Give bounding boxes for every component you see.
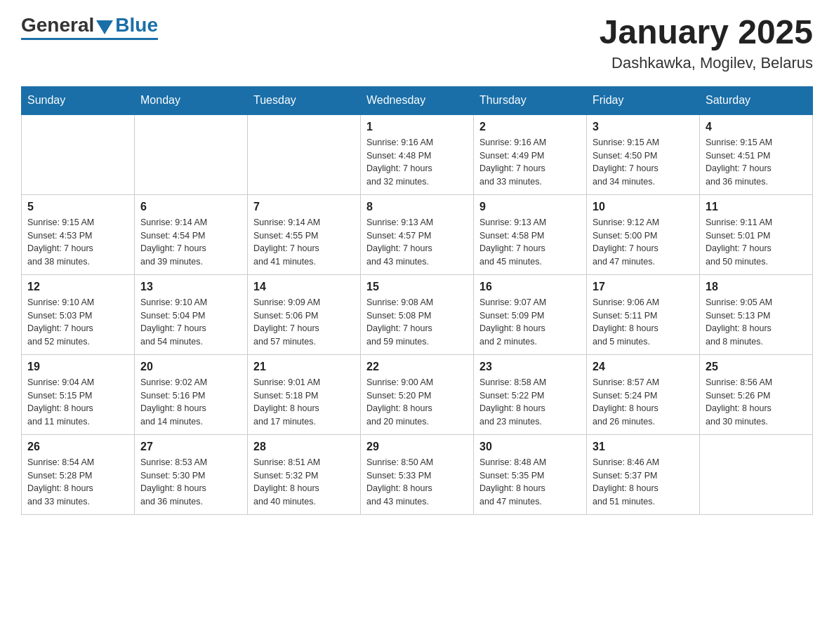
day-info: Sunrise: 9:15 AM Sunset: 4:51 PM Dayligh… xyxy=(706,136,807,189)
day-cell: 5Sunrise: 9:15 AM Sunset: 4:53 PM Daylig… xyxy=(22,194,135,274)
title-section: January 2025 Dashkawka, Mogilev, Belarus xyxy=(600,14,813,72)
day-cell: 28Sunrise: 8:51 AM Sunset: 5:32 PM Dayli… xyxy=(248,434,361,514)
day-info: Sunrise: 8:46 AM Sunset: 5:37 PM Dayligh… xyxy=(593,456,694,509)
week-row-5: 26Sunrise: 8:54 AM Sunset: 5:28 PM Dayli… xyxy=(22,434,813,514)
day-cell: 3Sunrise: 9:15 AM Sunset: 4:50 PM Daylig… xyxy=(587,114,700,195)
week-row-2: 5Sunrise: 9:15 AM Sunset: 4:53 PM Daylig… xyxy=(22,194,813,274)
week-row-1: 1Sunrise: 9:16 AM Sunset: 4:48 PM Daylig… xyxy=(22,114,813,195)
day-number: 11 xyxy=(706,201,807,213)
day-cell xyxy=(248,114,361,195)
day-number: 9 xyxy=(479,201,581,213)
day-number: 3 xyxy=(593,121,694,133)
logo: General Blue xyxy=(21,14,158,40)
day-info: Sunrise: 9:10 AM Sunset: 5:03 PM Dayligh… xyxy=(27,296,128,349)
day-cell: 18Sunrise: 9:05 AM Sunset: 5:13 PM Dayli… xyxy=(700,274,813,354)
day-number: 31 xyxy=(593,441,694,453)
day-info: Sunrise: 9:10 AM Sunset: 5:04 PM Dayligh… xyxy=(140,296,241,349)
page-header: General Blue January 2025 Dashkawka, Mog… xyxy=(21,14,813,72)
day-info: Sunrise: 9:01 AM Sunset: 5:18 PM Dayligh… xyxy=(253,376,355,429)
day-cell: 9Sunrise: 9:13 AM Sunset: 4:58 PM Daylig… xyxy=(474,194,587,274)
day-number: 20 xyxy=(140,361,241,373)
day-cell: 7Sunrise: 9:14 AM Sunset: 4:55 PM Daylig… xyxy=(248,194,361,274)
day-cell: 4Sunrise: 9:15 AM Sunset: 4:51 PM Daylig… xyxy=(700,114,813,195)
day-number: 7 xyxy=(253,201,355,213)
col-tuesday: Tuesday xyxy=(248,86,361,114)
header-row: Sunday Monday Tuesday Wednesday Thursday… xyxy=(22,86,813,114)
day-number: 17 xyxy=(593,281,694,293)
day-info: Sunrise: 8:53 AM Sunset: 5:30 PM Dayligh… xyxy=(140,456,241,509)
col-saturday: Saturday xyxy=(700,86,813,114)
day-cell: 23Sunrise: 8:58 AM Sunset: 5:22 PM Dayli… xyxy=(474,354,587,434)
day-info: Sunrise: 9:16 AM Sunset: 4:49 PM Dayligh… xyxy=(479,136,581,189)
day-info: Sunrise: 8:56 AM Sunset: 5:26 PM Dayligh… xyxy=(706,376,807,429)
day-number: 8 xyxy=(366,201,468,213)
day-info: Sunrise: 9:04 AM Sunset: 5:15 PM Dayligh… xyxy=(27,376,128,429)
col-monday: Monday xyxy=(135,86,248,114)
logo-general-text: General xyxy=(21,14,94,36)
day-number: 1 xyxy=(366,121,468,133)
day-cell: 2Sunrise: 9:16 AM Sunset: 4:49 PM Daylig… xyxy=(474,114,587,195)
day-number: 10 xyxy=(593,201,694,213)
day-info: Sunrise: 9:02 AM Sunset: 5:16 PM Dayligh… xyxy=(140,376,241,429)
day-number: 19 xyxy=(27,361,128,373)
month-title: January 2025 xyxy=(600,14,813,51)
day-info: Sunrise: 8:51 AM Sunset: 5:32 PM Dayligh… xyxy=(253,456,355,509)
day-number: 21 xyxy=(253,361,355,373)
day-number: 23 xyxy=(479,361,581,373)
day-info: Sunrise: 9:11 AM Sunset: 5:01 PM Dayligh… xyxy=(706,216,807,269)
logo-triangle-icon xyxy=(96,20,113,34)
col-thursday: Thursday xyxy=(474,86,587,114)
day-number: 24 xyxy=(593,361,694,373)
day-cell: 29Sunrise: 8:50 AM Sunset: 5:33 PM Dayli… xyxy=(361,434,474,514)
day-cell: 10Sunrise: 9:12 AM Sunset: 5:00 PM Dayli… xyxy=(587,194,700,274)
day-info: Sunrise: 9:15 AM Sunset: 4:53 PM Dayligh… xyxy=(27,216,128,269)
day-info: Sunrise: 9:13 AM Sunset: 4:58 PM Dayligh… xyxy=(479,216,581,269)
day-cell: 15Sunrise: 9:08 AM Sunset: 5:08 PM Dayli… xyxy=(361,274,474,354)
day-cell: 6Sunrise: 9:14 AM Sunset: 4:54 PM Daylig… xyxy=(135,194,248,274)
day-cell: 30Sunrise: 8:48 AM Sunset: 5:35 PM Dayli… xyxy=(474,434,587,514)
day-cell xyxy=(135,114,248,195)
day-number: 27 xyxy=(140,441,241,453)
day-number: 18 xyxy=(706,281,807,293)
day-info: Sunrise: 9:15 AM Sunset: 4:50 PM Dayligh… xyxy=(593,136,694,189)
calendar-body: 1Sunrise: 9:16 AM Sunset: 4:48 PM Daylig… xyxy=(22,114,813,515)
day-info: Sunrise: 9:14 AM Sunset: 4:55 PM Dayligh… xyxy=(253,216,355,269)
day-cell: 11Sunrise: 9:11 AM Sunset: 5:01 PM Dayli… xyxy=(700,194,813,274)
day-info: Sunrise: 9:13 AM Sunset: 4:57 PM Dayligh… xyxy=(366,216,468,269)
day-cell: 1Sunrise: 9:16 AM Sunset: 4:48 PM Daylig… xyxy=(361,114,474,195)
calendar-header: Sunday Monday Tuesday Wednesday Thursday… xyxy=(22,86,813,114)
day-info: Sunrise: 8:57 AM Sunset: 5:24 PM Dayligh… xyxy=(593,376,694,429)
day-info: Sunrise: 9:07 AM Sunset: 5:09 PM Dayligh… xyxy=(479,296,581,349)
day-cell: 25Sunrise: 8:56 AM Sunset: 5:26 PM Dayli… xyxy=(700,354,813,434)
day-info: Sunrise: 8:58 AM Sunset: 5:22 PM Dayligh… xyxy=(479,376,581,429)
day-cell: 22Sunrise: 9:00 AM Sunset: 5:20 PM Dayli… xyxy=(361,354,474,434)
day-info: Sunrise: 9:16 AM Sunset: 4:48 PM Dayligh… xyxy=(366,136,468,189)
location-title: Dashkawka, Mogilev, Belarus xyxy=(600,54,813,72)
day-cell: 14Sunrise: 9:09 AM Sunset: 5:06 PM Dayli… xyxy=(248,274,361,354)
day-cell: 21Sunrise: 9:01 AM Sunset: 5:18 PM Dayli… xyxy=(248,354,361,434)
day-number: 5 xyxy=(27,201,128,213)
day-info: Sunrise: 9:14 AM Sunset: 4:54 PM Dayligh… xyxy=(140,216,241,269)
col-friday: Friday xyxy=(587,86,700,114)
col-wednesday: Wednesday xyxy=(361,86,474,114)
day-cell: 26Sunrise: 8:54 AM Sunset: 5:28 PM Dayli… xyxy=(22,434,135,514)
day-cell xyxy=(22,114,135,195)
calendar-table: Sunday Monday Tuesday Wednesday Thursday… xyxy=(21,86,813,515)
day-number: 29 xyxy=(366,441,468,453)
day-info: Sunrise: 9:05 AM Sunset: 5:13 PM Dayligh… xyxy=(706,296,807,349)
day-number: 4 xyxy=(706,121,807,133)
day-cell: 31Sunrise: 8:46 AM Sunset: 5:37 PM Dayli… xyxy=(587,434,700,514)
day-number: 12 xyxy=(27,281,128,293)
day-cell: 8Sunrise: 9:13 AM Sunset: 4:57 PM Daylig… xyxy=(361,194,474,274)
day-cell: 12Sunrise: 9:10 AM Sunset: 5:03 PM Dayli… xyxy=(22,274,135,354)
day-info: Sunrise: 9:00 AM Sunset: 5:20 PM Dayligh… xyxy=(366,376,468,429)
day-number: 14 xyxy=(253,281,355,293)
day-cell: 24Sunrise: 8:57 AM Sunset: 5:24 PM Dayli… xyxy=(587,354,700,434)
day-cell: 20Sunrise: 9:02 AM Sunset: 5:16 PM Dayli… xyxy=(135,354,248,434)
day-number: 22 xyxy=(366,361,468,373)
day-number: 26 xyxy=(27,441,128,453)
day-number: 25 xyxy=(706,361,807,373)
day-number: 13 xyxy=(140,281,241,293)
day-info: Sunrise: 8:54 AM Sunset: 5:28 PM Dayligh… xyxy=(27,456,128,509)
logo-blue-text: Blue xyxy=(115,14,158,36)
